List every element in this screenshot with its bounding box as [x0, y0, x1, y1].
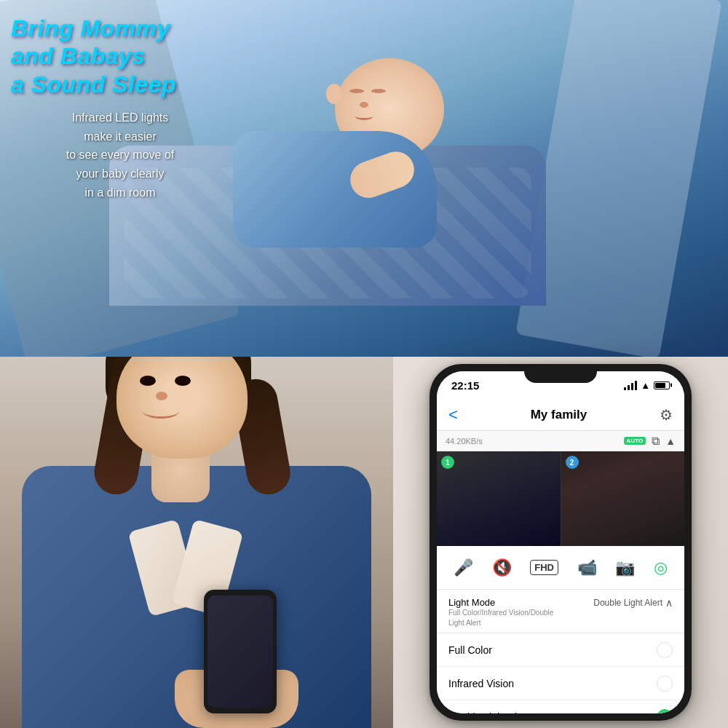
camera-feed-2[interactable]: 2: [561, 451, 685, 546]
settings-wheel-button[interactable]: ◎: [654, 558, 668, 577]
speed-text: 44.20KB/s: [446, 437, 483, 446]
phone-notch: [524, 364, 597, 383]
light-mode-title: Light Mode: [448, 597, 587, 608]
headline: Bring Mommy and Babays a Sound Sleep: [11, 15, 229, 98]
baby-eye-right: [371, 89, 386, 93]
signal-icon: [624, 380, 637, 390]
microphone-button[interactable]: 🎤: [454, 558, 473, 577]
nav-title: My family: [531, 408, 587, 422]
headline-line3: a Sound Sleep: [11, 71, 229, 98]
battery-fill: [655, 383, 665, 388]
battery-icon: [654, 381, 670, 389]
light-mode-selected[interactable]: Double Light Alert ∧: [593, 597, 673, 609]
option-double-light-check: ✓: [657, 709, 673, 714]
baby-eye-left: [349, 89, 364, 93]
signal-bar-3: [631, 383, 633, 390]
woman-eye-right: [175, 376, 191, 386]
selected-mode-label: Double Light Alert: [593, 598, 662, 608]
option-full-color-label: Full Color: [448, 644, 492, 656]
option-full-color[interactable]: Full Color: [437, 633, 684, 667]
signal-bar-2: [628, 385, 630, 390]
option-infrared-label: Infrared Vision: [448, 678, 514, 689]
canopy-right: [515, 0, 722, 357]
top-section: Bring Mommy and Babays a Sound Sleep Inf…: [0, 0, 728, 357]
auto-badge[interactable]: AUTO: [624, 437, 646, 445]
woman-nose: [156, 392, 167, 400]
woman-smile: [143, 404, 179, 419]
subtitle-text: Infrared LED lightsmake it easierto see …: [11, 108, 229, 202]
option-double-light[interactable]: Double Light Alert ✓: [437, 700, 684, 713]
option-infrared-vision[interactable]: Infrared Vision: [437, 667, 684, 700]
baby-nose: [360, 102, 368, 108]
fhd-quality-button[interactable]: FHD: [530, 560, 558, 575]
woman-photo: [0, 357, 393, 728]
woman-head: [116, 357, 248, 459]
light-mode-section: Light Mode Full Color/Infrared Vision/Do…: [437, 590, 684, 633]
chevron-up-icon: ∧: [665, 597, 673, 609]
camera-grid: 1 2: [437, 451, 684, 546]
signal-bar-1: [624, 387, 626, 390]
baby-ear: [326, 84, 342, 104]
pip-icon[interactable]: ⧉: [652, 435, 660, 448]
mute-button[interactable]: 🔇: [492, 558, 512, 577]
snapshot-button[interactable]: 📷: [615, 558, 635, 577]
option-double-light-label: Double Light Alert: [448, 711, 529, 714]
phone-mini-screen: [207, 596, 273, 708]
headline-line2: and Babays: [11, 42, 229, 70]
camera-2-badge: 2: [566, 456, 579, 469]
phone-in-hand: [204, 590, 277, 713]
speed-bar: 44.20KB/s AUTO ⧉ ▲: [437, 431, 684, 451]
signal-bar-4: [635, 381, 637, 390]
phone-mockup-area: 22:15 ▲: [393, 357, 728, 728]
status-time: 22:15: [451, 379, 479, 392]
light-mode-info: Light Mode Full Color/Infrared Vision/Do…: [448, 597, 587, 628]
headline-line1: Bring Mommy: [11, 15, 229, 42]
wifi-status-icon: ▲: [665, 435, 676, 447]
baby-mouth: [355, 113, 373, 120]
bottom-section: 22:15 ▲: [0, 357, 728, 728]
option-infrared-check: [657, 676, 673, 692]
camera-1-badge: 1: [441, 456, 454, 469]
option-full-color-check: [657, 642, 673, 658]
main-container: Bring Mommy and Babays a Sound Sleep Inf…: [0, 0, 728, 728]
video-record-button[interactable]: 📹: [577, 558, 597, 577]
text-overlay: Bring Mommy and Babays a Sound Sleep Inf…: [11, 15, 229, 202]
camera-feed-1-image: [437, 451, 561, 546]
status-icons: ▲: [624, 380, 670, 391]
app-nav-bar: < My family ⚙: [437, 399, 684, 431]
woman-eye-left: [140, 376, 156, 386]
wifi-icon: ▲: [641, 380, 650, 391]
control-bar: 🎤 🔇 FHD 📹 📷 ◎: [437, 546, 684, 590]
phone-device: 22:15 ▲: [430, 364, 692, 721]
camera-feed-2-image: [561, 451, 685, 546]
light-mode-subtitle: Full Color/Infrared Vision/DoubleLight A…: [448, 608, 587, 628]
back-button[interactable]: <: [448, 405, 458, 424]
camera-feed-1[interactable]: 1: [437, 451, 561, 546]
options-list: Full Color Infrared Vision Double Light …: [437, 633, 684, 713]
settings-gear-icon[interactable]: ⚙: [660, 406, 673, 424]
speed-icons: AUTO ⧉ ▲: [624, 435, 676, 448]
light-mode-header: Light Mode Full Color/Infrared Vision/Do…: [437, 590, 684, 633]
baby-body: [233, 131, 437, 248]
phone-screen: 22:15 ▲: [437, 371, 684, 713]
